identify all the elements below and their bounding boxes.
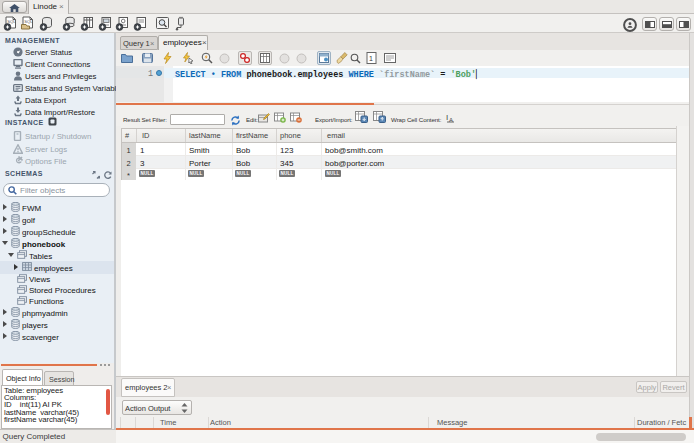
svg-text:SQL: SQL: [24, 19, 33, 24]
svg-text:1: 1: [369, 55, 373, 62]
svg-text:SQL: SQL: [7, 19, 16, 24]
svg-text:A: A: [449, 117, 453, 123]
svg-text:I: I: [446, 113, 448, 122]
